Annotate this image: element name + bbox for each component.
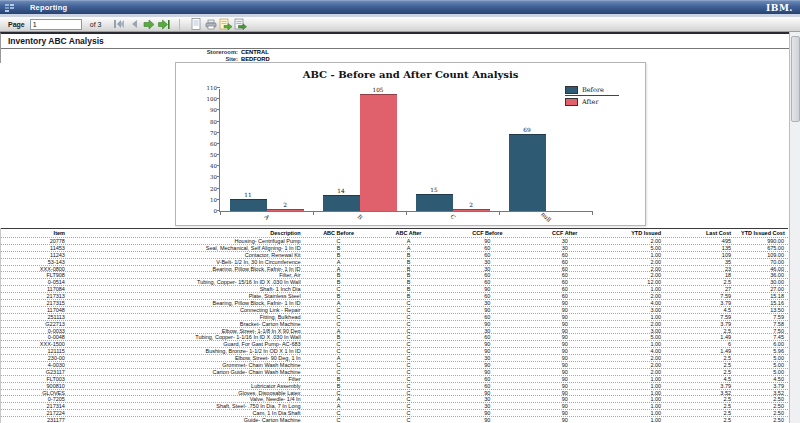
x-axis-tick [592, 212, 593, 215]
table-cell: 60 [448, 279, 526, 285]
table-cell: A [369, 245, 449, 251]
table-cell: C [369, 348, 449, 354]
export-save-button[interactable] [219, 18, 232, 30]
table-cell: 70.00 [741, 259, 788, 265]
table-cell: 217313 [1, 293, 69, 299]
y-axis-tick-label: 70 [203, 130, 217, 136]
table-cell: 60 [448, 376, 526, 382]
vertical-scrollbar[interactable] [789, 32, 800, 423]
table-cell: 2.00 [603, 369, 677, 375]
export-save-icon [219, 18, 232, 30]
report-header: Inventory ABC Analysis Storeroom: CENTRA… [0, 32, 790, 63]
table-row: 251113Fitting, BulkheadCC60901.007.597.5… [1, 313, 788, 320]
table-cell: 90 [526, 355, 603, 361]
before-bar-C: 15 [416, 194, 453, 211]
table-cell: Tubing, Copper- 15/16 In ID X .030 In Wa… [69, 279, 309, 285]
table-cell: 3.00 [603, 307, 677, 313]
table-cell: 3.00 [603, 328, 677, 334]
table-cell: Gloves, Disposable Latex [69, 390, 309, 396]
table-row: 0-0514Tubing, Copper- 15/16 In ID X .030… [1, 278, 788, 285]
column-header: Item [1, 229, 69, 237]
y-axis-tick-label: 100 [203, 96, 217, 102]
table-cell: 90 [448, 321, 526, 327]
table-cell: FLT003 [1, 376, 69, 382]
next-page-button[interactable] [142, 18, 155, 30]
table-cell: 90 [526, 348, 603, 354]
table-cell: 230-00 [1, 355, 69, 361]
table-cell: B [369, 272, 449, 278]
table-cell: B [309, 252, 369, 258]
app-title: Reporting [30, 3, 67, 12]
table-cell: 231177 [1, 417, 69, 423]
table-row: 11243Contactor, Renewal KitBB60601.00109… [1, 251, 788, 258]
table-cell: A [309, 355, 369, 361]
table-cell: 12.00 [603, 279, 677, 285]
table-cell: 90 [526, 362, 603, 368]
table-cell: 13.50 [741, 307, 788, 313]
scrollbar-thumb[interactable] [791, 36, 800, 122]
export-run-button[interactable] [234, 18, 247, 30]
table-cell: XXX-1500 [1, 341, 69, 347]
table-cell: Bearing, Pillow Block, Fafnir- 1 In ID [69, 300, 309, 306]
table-cell: 0-0033 [1, 328, 69, 334]
table-cell: 30 [448, 300, 526, 306]
first-page-button[interactable] [112, 18, 125, 30]
table-cell: 5.00 [603, 334, 677, 340]
x-axis-category-label: A [263, 213, 270, 220]
table-cell: 109.00 [741, 252, 788, 258]
x-axis-category-label: B [356, 213, 363, 220]
page-preview-button[interactable] [189, 18, 202, 30]
table-cell: 60 [448, 245, 526, 251]
table-cell: Housing- Centrifugal Pump [69, 238, 309, 244]
table-cell: 90 [526, 321, 603, 327]
table-cell: 2.00 [603, 238, 677, 244]
table-cell: 2.00 [603, 321, 677, 327]
print-button[interactable] [204, 18, 217, 30]
table-cell: 27 [677, 286, 741, 292]
table-cell: 990.00 [741, 238, 788, 244]
table-cell: Plate, Stainless Steel [69, 293, 309, 299]
table-cell: Bracket- Carton Machine [69, 321, 309, 327]
ibm-logo: IBM. [766, 3, 793, 13]
first-page-icon [113, 19, 124, 29]
last-page-button[interactable] [157, 18, 170, 30]
table-cell: 15.16 [741, 300, 788, 306]
table-row: 0-0048Tubing, Copper- 1-1/16 In ID X .03… [1, 333, 788, 340]
table-cell: B [309, 272, 369, 278]
table-cell: 1.00 [603, 383, 677, 389]
document-icon [191, 18, 201, 30]
y-axis-tick-label: 30 [203, 174, 217, 180]
table-cell: 1.00 [603, 252, 677, 258]
table-cell: 60 [448, 314, 526, 320]
table-cell: Connecting Link - Repair [69, 307, 309, 313]
table-cell: 2.5 [677, 410, 741, 416]
table-cell: 217315 [1, 300, 69, 306]
table-cell: 90 [526, 403, 603, 409]
table-cell: 30.00 [741, 279, 788, 285]
reporting-window: Reporting IBM. Page of 3 [0, 0, 800, 423]
page-input[interactable] [30, 19, 82, 30]
report-toolbar: Page of 3 [0, 17, 800, 32]
table-cell: 2.5 [677, 328, 741, 334]
table-row: 217313Plate, Stainless SteelBB60602.007.… [1, 292, 788, 299]
table-cell: G22713 [1, 321, 69, 327]
table-cell: C [369, 369, 449, 375]
previous-page-button[interactable] [127, 18, 140, 30]
table-cell: 60 [526, 286, 603, 292]
bar-pair: 152 [416, 194, 490, 211]
printer-icon [205, 19, 217, 30]
table-cell: 1.00 [603, 390, 677, 396]
table-cell: C [309, 369, 369, 375]
table-cell: 2.5 [677, 369, 741, 375]
table-cell: 90 [526, 328, 603, 334]
table-cell: 2.5 [677, 417, 741, 423]
table-cell: C [369, 383, 449, 389]
table-cell: 60 [448, 252, 526, 258]
table-row: G23117Carton Guide- Chain Wash MachineCC… [1, 368, 788, 375]
page-of-label: of 3 [90, 21, 102, 28]
x-axis-tick [406, 212, 407, 215]
last-page-icon [158, 19, 170, 30]
table-cell: 675.00 [741, 245, 788, 251]
table-cell: 90 [526, 376, 603, 382]
table-cell: C [309, 417, 369, 423]
